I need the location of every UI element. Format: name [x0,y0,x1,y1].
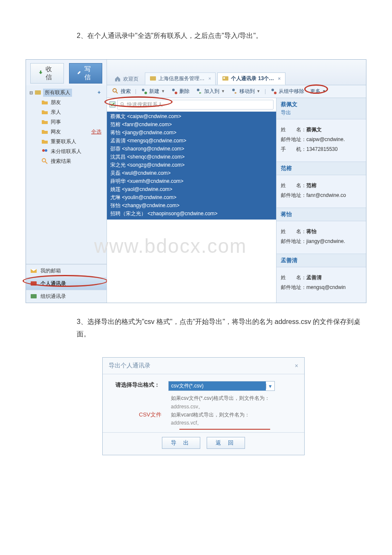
select-all-link[interactable]: 全选 [91,128,101,136]
toolbar-more[interactable]: 更多▼ [308,87,329,96]
contacts-icon [35,89,41,96]
contact-row[interactable]: 尤琳 <youlin@cndwine.com> [110,194,274,202]
separator: | [135,88,136,94]
search-input[interactable]: 快速搜索联系人 [117,100,274,110]
contact-row[interactable]: 范榕 <fanr@cndwine.com> [110,121,274,129]
filename-csv: address.csv。 [171,403,296,411]
svg-rect-9 [31,281,37,286]
svg-point-15 [172,89,175,91]
nav-personal-contacts[interactable]: 个人通讯录 [26,277,107,290]
label-email: 邮件地址： [281,238,306,244]
toolbar-remove-from-group[interactable]: 从组中移除 [268,87,307,96]
toolbar-move-to[interactable]: 移动到▼ [228,87,263,96]
svg-point-11 [113,89,116,92]
label-name: 姓 名： [281,228,306,234]
toolbar-delete[interactable]: 删除 [168,87,192,96]
magnifier-icon [120,102,125,107]
receive-label: 收 信 [46,65,56,81]
back-button[interactable]: 返 回 [207,437,245,449]
people-icon [41,148,48,155]
label-name: 姓 名： [281,275,306,280]
value-email: caipw@cndwine. [306,136,345,142]
detail-header-sub[interactable]: 导出 [281,109,362,116]
folder-icon [41,119,48,125]
section-header[interactable]: 范榕 [277,162,366,175]
value-name: 孟善清 [306,275,322,280]
label-email: 邮件地址： [281,192,306,198]
sidebar-item-important[interactable]: 重要联系人 [41,137,105,147]
label-email: 邮件地址： [281,136,306,142]
receive-mail-button[interactable]: 收 信 [30,63,64,84]
person-move-icon [231,88,238,95]
toolbar-add-to[interactable]: 加入到▼ [193,87,228,96]
tab-welcome[interactable]: 欢迎页 [110,73,143,85]
compose-mail-button[interactable]: 写 信 [69,63,103,84]
card-icon [150,75,156,82]
toolbar-label: 移动到 [239,88,255,95]
svg-point-20 [274,92,277,94]
sidebar-item-friends[interactable]: 朋友 [41,98,105,107]
nav-label: 个人通讯录 [40,280,66,287]
contact-row[interactable]: 薛明华 <xuemh@cndwine.com> [110,177,274,185]
svg-point-17 [197,89,199,91]
contact-row[interactable]: 蔡佩文 <caipw@cndwine.com> [110,113,274,121]
contact-row[interactable]: 姚莲 <yaol@cndwine.com> [110,185,274,194]
nav-org-contacts[interactable]: 组织通讯录 [26,290,107,303]
contact-row[interactable]: 宋之光 <songzg@cndwine.com> [110,161,274,169]
sidebar-item-netfriends[interactable]: 网友全选 [41,127,105,137]
svg-line-12 [116,92,118,93]
svg-line-7 [45,162,47,164]
select-all-checkbox[interactable] [110,101,115,107]
toolbar-new[interactable]: 新建▼ [138,87,167,96]
section-header[interactable]: 蒋怡 [277,208,366,221]
collapse-icon[interactable]: ⊟ [29,90,33,95]
section-header[interactable]: 孟善清 [277,254,366,267]
search-icon [112,88,119,95]
value-name: 蒋怡 [306,228,317,234]
caret-icon: ▼ [322,89,326,93]
tab-welcome-label: 欢迎页 [123,75,138,83]
tab-close-icon[interactable]: × [278,76,280,81]
sidebar-item-label: 朋友 [51,99,61,106]
export-format-select[interactable]: csv文件(*.csv) ▼ [168,381,275,391]
tab-close-icon[interactable]: × [208,76,211,81]
sidebar-item-colleagues[interactable]: 同事 [41,117,105,127]
value-email: fanr@cndwine.co [306,192,346,198]
tab-personal-contacts[interactable]: 个人通讯录 13个… × [217,72,285,85]
dialog-close-button[interactable]: × [295,362,298,369]
svg-point-4 [42,149,45,152]
org-icon [30,293,37,300]
contact-row[interactable]: 孟善清 <mengsq@cndwine.com> [110,137,274,145]
svg-rect-10 [31,294,37,298]
value-name: 蔡佩文 [306,127,322,133]
svg-point-2 [223,77,225,79]
contact-row[interactable]: 邵蓉 <shaorong@cndwine.com> [110,145,274,153]
export-button[interactable]: 导 出 [162,437,200,449]
add-group-button[interactable]: + [98,90,101,95]
value-phone: 13472815530 [306,146,337,152]
person-add-icon [141,88,147,95]
value-email: mengsq@cndwin [306,284,346,290]
sidebar-item-label: 重要联系人 [51,138,76,145]
contact-row[interactable]: 张怡 <zhangy@cndwine.com> [110,202,274,210]
home-icon [114,75,121,82]
tree-root-all-contacts[interactable]: ⊟ 所有联系人 + [28,88,105,98]
sidebar-item-ungrouped[interactable]: 未分组联系人 [41,147,105,156]
sidebar-item-search-results[interactable]: 搜索结果 [41,156,105,166]
contact-row[interactable]: 蒋怡 <jiangy@cndwine.com> [110,129,274,137]
contact-row[interactable]: 招聘（宋之光） <zhaopinsong@cndwine.com> [110,210,274,218]
sidebar-item-family[interactable]: 亲人 [41,107,105,117]
nav-my-mailbox[interactable]: 我的邮箱 [26,264,107,277]
contact-row[interactable]: 吴磊 <wul@cndwine.com> [110,169,274,177]
toolbar-search[interactable]: 搜索 [110,87,133,96]
detail-pane: 蔡佩文 导出 姓 名：蔡佩文 邮件地址：caipw@cndwine. 手 机：1… [277,98,366,303]
toolbar: 搜索 | 新建▼ 删除 加入到▼ 移动到▼ | 从组中移除 更多▼ [107,85,366,98]
tab-shanghai-info[interactable]: 上海信息服务管理… × [145,72,216,85]
svg-point-18 [232,89,235,91]
contact-row[interactable]: 沈其昌 <shenqc@cndwine.com> [110,153,274,161]
svg-line-22 [123,105,124,106]
annotation-line [179,429,270,430]
nav-label: 组织通讯录 [40,293,66,300]
svg-point-19 [271,89,274,91]
dropdown-icon[interactable]: ▼ [266,384,274,389]
